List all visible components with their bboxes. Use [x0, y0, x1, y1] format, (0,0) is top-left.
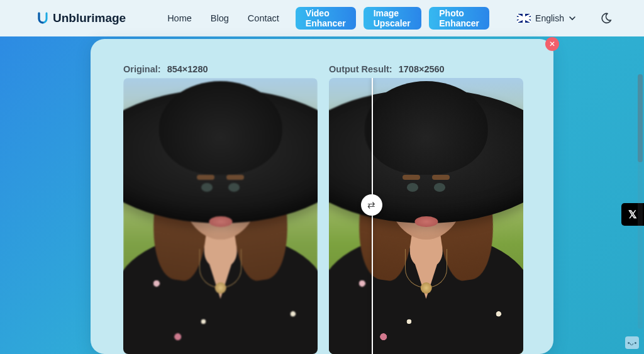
comparison-slider-handle[interactable]: ⇄: [361, 194, 382, 216]
moon-icon: [600, 12, 613, 25]
language-selector[interactable]: English: [517, 13, 576, 23]
nav-contact[interactable]: Contact: [248, 13, 279, 23]
cta-group: Video Enhancer Image Upscaler Photo Enha…: [296, 7, 489, 30]
comparison-labels: Original: 854×1280 Output Result: 1708×2…: [91, 39, 553, 80]
language-label: English: [535, 13, 564, 23]
comparison-panel: ✕ Original: 854×1280 Output Result: 1708…: [91, 39, 553, 354]
page-scrollbar[interactable]: [638, 74, 643, 329]
original-label: Original:: [123, 64, 161, 74]
brand-logo[interactable]: Unblurimage: [36, 11, 126, 25]
original-label-block: Original: 854×1280: [123, 64, 318, 74]
support-widget[interactable]: •ᴗ•: [625, 336, 639, 349]
portrait-placeholder: [123, 78, 318, 354]
comparison-slider-line[interactable]: [372, 78, 373, 354]
close-button[interactable]: ✕: [545, 37, 559, 51]
nav-blog[interactable]: Blog: [211, 13, 229, 23]
scrollbar-thumb[interactable]: [638, 74, 643, 162]
output-dimensions: 1708×2560: [399, 64, 445, 74]
page-stage: ✕ Original: 854×1280 Output Result: 1708…: [0, 36, 644, 354]
output-image: ⇄: [329, 78, 523, 354]
flag-uk-icon: [517, 14, 531, 23]
face-emoticon-icon: •ᴗ•: [628, 339, 637, 347]
image-upscaler-button[interactable]: Image Upscaler: [364, 7, 422, 30]
original-dimensions: 854×1280: [167, 64, 208, 74]
chevron-down-icon: [569, 14, 576, 22]
video-enhancer-button[interactable]: Video Enhancer: [296, 7, 356, 30]
nav-home[interactable]: Home: [167, 13, 192, 23]
output-label-block: Output Result: 1708×2560: [329, 64, 523, 74]
dark-mode-toggle[interactable]: [600, 9, 613, 27]
photo-enhancer-button[interactable]: Photo Enhancer: [429, 7, 489, 30]
output-label: Output Result:: [329, 64, 392, 74]
swap-icon: ⇄: [367, 199, 375, 211]
close-icon: ✕: [549, 40, 555, 48]
primary-nav: Home Blog Contact: [167, 13, 279, 23]
brand-logo-icon: [36, 12, 49, 25]
original-image: [123, 78, 318, 354]
comparison-area: ⇄: [123, 78, 523, 354]
x-icon: 𝕏: [628, 208, 637, 221]
brand-name: Unblurimage: [53, 11, 126, 25]
site-header: Unblurimage Home Blog Contact Video Enha…: [0, 0, 644, 36]
